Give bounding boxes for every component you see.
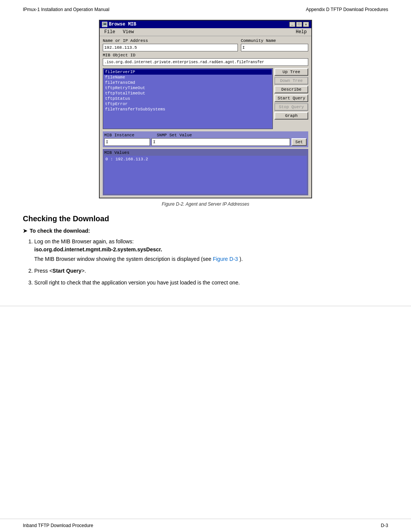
ip-input[interactable] <box>103 44 238 51</box>
values-label: MIB Values <box>104 150 307 155</box>
oid-label: MIB Object ID <box>103 53 308 58</box>
minimize-btn[interactable]: _ <box>289 22 295 27</box>
instance-inputs: Set <box>104 138 307 146</box>
list-buttons-area: fileServerIP fileName fileTransCmd tftpR… <box>103 68 308 129</box>
figure-caption: Figure D-2. Agent and Server IP Addresse… <box>23 201 388 207</box>
menu-left: File View <box>103 29 135 35</box>
step-3: Scroll right to check that the applicati… <box>34 279 388 287</box>
step-1-text: Log on the MIB Browser again, as follows… <box>34 238 162 252</box>
ip-community-row: Name or IP Address Community Name <box>103 38 308 51</box>
step-2-text: Press <Start Query>. <box>34 268 86 274</box>
section-heading: Checking the Download <box>23 214 388 223</box>
ip-label: Name or IP Address <box>103 38 238 43</box>
instance-input[interactable] <box>104 138 150 146</box>
down-tree-button[interactable]: Down Tree <box>274 77 308 85</box>
appendix-title: Appendix D TFTP Download Procedures <box>306 7 388 12</box>
list-item[interactable]: fileTransferToSubSystems <box>104 107 272 112</box>
buttons-column: Up Tree Down Tree Describe Start Query S… <box>274 68 308 129</box>
titlebar-controls: _ □ ✕ <box>289 22 309 27</box>
stop-query-button[interactable]: Stop Query <box>274 103 308 111</box>
mib-values-section: MIB Values 0 : 192.168.113.2 <box>103 149 308 195</box>
steps-list: Log on the MIB Browser again, as follows… <box>23 238 388 287</box>
footer-right: D-3 <box>381 523 388 528</box>
values-text: 0 : 192.168.113.2 <box>105 157 148 161</box>
instance-section: MIB Instance SNMP Set Value Set <box>103 131 308 147</box>
community-label: Community Name <box>241 38 308 43</box>
mib-list[interactable]: fileServerIP fileName fileTransCmd tftpR… <box>103 68 273 129</box>
snmp-label: SNMP Set Value <box>157 133 192 137</box>
figure-link[interactable]: Figure D-3 <box>213 256 238 262</box>
snmp-input[interactable] <box>151 138 290 146</box>
step-1: Log on the MIB Browser again, as follows… <box>34 238 388 263</box>
list-item[interactable]: fileServerIP <box>104 69 272 75</box>
instance-labels: MIB Instance SNMP Set Value <box>104 133 307 137</box>
to-do-heading: ➤ To check the download: <box>23 228 388 234</box>
list-item[interactable]: tftpRetryTimeOut <box>104 85 272 91</box>
footer-left: Inband TFTP Download Procedure <box>23 523 93 528</box>
step-1-sub: The MIB Browser window showing the syste… <box>34 255 388 263</box>
list-item[interactable]: tftpTotalTimeOut <box>104 91 272 96</box>
list-item[interactable]: tftpStatus <box>104 96 272 101</box>
to-do-text: To check the download: <box>30 228 90 234</box>
up-tree-button[interactable]: Up Tree <box>274 68 308 76</box>
list-item[interactable]: tftpError <box>104 101 272 107</box>
list-item[interactable]: fileName <box>104 75 272 80</box>
step-3-text: Scroll right to check that the applicati… <box>34 280 240 286</box>
community-section: Community Name <box>241 38 308 51</box>
list-item[interactable]: fileTransCmd <box>104 80 272 85</box>
menu-view[interactable]: View <box>121 29 135 35</box>
mib-titlebar: 💻 Browse MIB _ □ ✕ <box>100 21 311 28</box>
page-footer: Inband TFTP Download Procedure D-3 <box>0 519 411 532</box>
step-1-bold: iso.org.dod.internet.mgmt.mib-2.system.s… <box>34 246 162 252</box>
manual-title: IPmux-1 Installation and Operation Manua… <box>23 7 109 12</box>
oid-input[interactable] <box>103 58 308 66</box>
instance-label: MIB Instance <box>104 133 154 137</box>
graph-button[interactable]: Graph <box>274 112 308 120</box>
menu-help[interactable]: Help <box>294 29 308 35</box>
oid-section: MIB Object ID <box>103 53 308 66</box>
mib-menubar: File View Help <box>100 28 311 36</box>
window-icon: 💻 <box>102 22 107 27</box>
start-query-button[interactable]: Start Query <box>274 94 308 102</box>
values-content: 0 : 192.168.113.2 <box>104 156 307 194</box>
ip-section: Name or IP Address <box>103 38 238 51</box>
sub-text: The MIB Browser window showing the syste… <box>34 256 211 262</box>
step-2: Press <Start Query>. <box>34 267 388 275</box>
maximize-btn[interactable]: □ <box>296 22 302 27</box>
sub-end: ). <box>239 256 243 262</box>
close-btn[interactable]: ✕ <box>303 22 309 27</box>
titlebar-left: 💻 Browse MIB <box>102 22 136 27</box>
community-input[interactable] <box>241 44 308 51</box>
step-2-bold: Start Query <box>53 268 81 274</box>
menu-file[interactable]: File <box>103 29 117 35</box>
arrow-marker: ➤ <box>23 228 27 234</box>
mib-window: 💻 Browse MIB _ □ ✕ File View Help Name o… <box>99 20 312 198</box>
window-title: Browse MIB <box>109 22 136 27</box>
mib-body: Name or IP Address Community Name MIB Ob… <box>100 36 311 198</box>
set-button[interactable]: Set <box>292 138 307 146</box>
describe-button[interactable]: Describe <box>274 86 308 93</box>
